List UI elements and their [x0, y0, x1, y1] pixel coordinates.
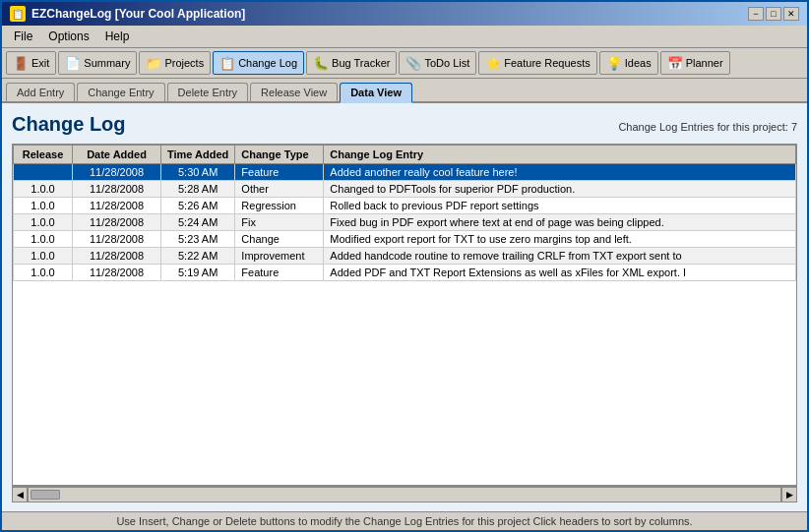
- cell-time: 5:24 AM: [161, 214, 235, 231]
- col-header-time[interactable]: Time Added: [161, 146, 235, 164]
- cell-date: 11/28/2008: [73, 164, 161, 181]
- table-row[interactable]: 1.0.011/28/20085:26 AMRegressionRolled b…: [14, 198, 796, 214]
- col-header-entry[interactable]: Change Log Entry: [324, 146, 796, 164]
- table-header-row: Release Date Added Time Added Change Typ…: [14, 146, 796, 164]
- cell-entry: Added handcode routine to remove trailin…: [324, 248, 796, 265]
- tab-bar: Add Entry Change Entry Delete Entry Rele…: [2, 79, 807, 103]
- status-text: Use Insert, Change or Delete buttons to …: [116, 515, 692, 527]
- cell-date: 11/28/2008: [73, 214, 161, 231]
- projects-button[interactable]: 📁 Projects: [139, 51, 211, 75]
- col-header-release[interactable]: Release: [14, 146, 73, 164]
- exit-button[interactable]: 🚪 Exit: [6, 51, 56, 75]
- summary-button[interactable]: 📄 Summary: [58, 51, 137, 75]
- scrollbar-track[interactable]: [28, 487, 781, 502]
- cell-type: Change: [235, 231, 324, 248]
- changelog-table: Release Date Added Time Added Change Typ…: [13, 145, 796, 281]
- planner-icon: 📅: [667, 55, 683, 71]
- cell-time: 5:30 AM: [161, 164, 235, 181]
- exit-icon: 🚪: [13, 55, 29, 71]
- cell-time: 5:23 AM: [161, 231, 235, 248]
- summary-icon: 📄: [65, 55, 81, 71]
- content-header: Change Log Change Log Entries for this p…: [12, 113, 797, 136]
- col-header-type[interactable]: Change Type: [235, 146, 324, 164]
- cell-date: 11/28/2008: [73, 231, 161, 248]
- tab-add-entry[interactable]: Add Entry: [6, 83, 75, 101]
- bugtracker-icon: 🐛: [313, 55, 329, 71]
- entries-count: Change Log Entries for this project: 7: [618, 121, 797, 133]
- tab-release-view[interactable]: Release View: [250, 83, 338, 101]
- ideas-button[interactable]: 💡 Ideas: [599, 51, 658, 75]
- maximize-button[interactable]: □: [766, 7, 781, 21]
- cell-release: 1.0.0: [14, 198, 73, 214]
- bugtracker-label: Bug Tracker: [332, 57, 390, 69]
- ideas-label: Ideas: [625, 57, 652, 69]
- cell-release: 1.0.0: [14, 214, 73, 231]
- todolist-button[interactable]: 📎 ToDo List: [399, 51, 476, 75]
- cell-type: Improvement: [235, 248, 324, 265]
- table-row[interactable]: 11/28/20085:30 AMFeatureAdded another re…: [14, 164, 796, 181]
- table-row[interactable]: 1.0.011/28/20085:28 AMOtherChanged to PD…: [14, 181, 796, 198]
- cell-date: 11/28/2008: [73, 181, 161, 198]
- cell-time: 5:26 AM: [161, 198, 235, 214]
- cell-date: 11/28/2008: [73, 198, 161, 214]
- cell-date: 11/28/2008: [73, 248, 161, 265]
- changelog-label: Change Log: [238, 57, 297, 69]
- featurerequests-button[interactable]: ⭐ Feature Requests: [478, 51, 596, 75]
- title-controls: − □ ✕: [748, 7, 799, 21]
- table-row[interactable]: 1.0.011/28/20085:19 AMFeatureAdded PDF a…: [14, 265, 796, 281]
- cell-type: Fix: [235, 214, 324, 231]
- cell-release: [14, 164, 73, 181]
- status-bar: Use Insert, Change or Delete buttons to …: [2, 511, 807, 530]
- app-icon: 📋: [10, 6, 26, 22]
- cell-release: 1.0.0: [14, 231, 73, 248]
- cell-date: 11/28/2008: [73, 265, 161, 281]
- close-button[interactable]: ✕: [783, 7, 799, 21]
- featurerequests-label: Feature Requests: [504, 57, 590, 69]
- main-content: Change Log Change Log Entries for this p…: [2, 103, 807, 511]
- title-bar-left: 📋 EZChangeLog [Your Cool Application]: [10, 6, 245, 22]
- cell-release: 1.0.0: [14, 248, 73, 265]
- ideas-icon: 💡: [606, 55, 622, 71]
- cell-time: 5:19 AM: [161, 265, 235, 281]
- todolist-icon: 📎: [405, 55, 421, 71]
- scrollbar-thumb[interactable]: [31, 490, 60, 500]
- cell-entry: Changed to PDFTools for superior PDF pro…: [324, 181, 796, 198]
- cell-release: 1.0.0: [14, 181, 73, 198]
- scrollbar-row: ◀ ▶: [12, 486, 797, 502]
- cell-entry: Added another really cool feature here!: [324, 164, 796, 181]
- table-row[interactable]: 1.0.011/28/20085:24 AMFixFixed bug in PD…: [14, 214, 796, 231]
- menu-bar: File Options Help: [2, 26, 807, 48]
- scroll-left-button[interactable]: ◀: [12, 487, 28, 502]
- exit-label: Exit: [31, 57, 49, 69]
- tab-data-view[interactable]: Data View: [340, 83, 412, 103]
- content-title: Change Log: [12, 113, 126, 136]
- scroll-right-button[interactable]: ▶: [781, 487, 797, 502]
- planner-label: Planner: [686, 57, 723, 69]
- table-row[interactable]: 1.0.011/28/20085:22 AMImprovementAdded h…: [14, 248, 796, 265]
- projects-icon: 📁: [146, 55, 161, 71]
- menu-options[interactable]: Options: [40, 28, 96, 45]
- toolbar: 🚪 Exit 📄 Summary 📁 Projects 📋 Change Log…: [2, 48, 807, 79]
- tab-change-entry[interactable]: Change Entry: [77, 83, 164, 101]
- cell-entry: Fixed bug in PDF export where text at en…: [324, 214, 796, 231]
- menu-file[interactable]: File: [6, 28, 40, 45]
- cell-type: Feature: [235, 164, 324, 181]
- bugtracker-button[interactable]: 🐛 Bug Tracker: [306, 51, 397, 75]
- window-title: EZChangeLog [Your Cool Application]: [31, 7, 245, 21]
- minimize-button[interactable]: −: [748, 7, 764, 21]
- menu-help[interactable]: Help: [97, 28, 138, 45]
- cell-time: 5:28 AM: [161, 181, 235, 198]
- changelog-button[interactable]: 📋 Change Log: [213, 51, 304, 75]
- col-header-date[interactable]: Date Added: [73, 146, 161, 164]
- featurerequests-icon: ⭐: [485, 55, 501, 71]
- title-bar: 📋 EZChangeLog [Your Cool Application] − …: [2, 2, 807, 26]
- table-row[interactable]: 1.0.011/28/20085:23 AMChangeModified exp…: [14, 231, 796, 248]
- projects-label: Projects: [164, 57, 204, 69]
- todolist-label: ToDo List: [424, 57, 469, 69]
- main-window: 📋 EZChangeLog [Your Cool Application] − …: [0, 0, 809, 532]
- table-body: 11/28/20085:30 AMFeatureAdded another re…: [14, 164, 796, 281]
- table-wrapper: Release Date Added Time Added Change Typ…: [12, 144, 797, 486]
- cell-type: Feature: [235, 265, 324, 281]
- planner-button[interactable]: 📅 Planner: [660, 51, 730, 75]
- tab-delete-entry[interactable]: Delete Entry: [167, 83, 249, 101]
